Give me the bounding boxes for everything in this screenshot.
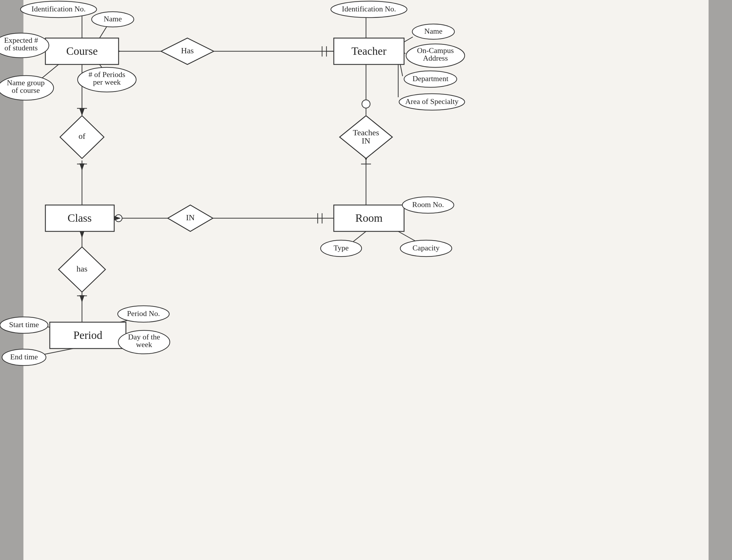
teacher-address-label1: On-Campus	[417, 46, 454, 55]
teacher-id-label: Identification No.	[342, 5, 396, 13]
teaches-in-label: Teaches	[353, 128, 379, 137]
course-name-label: Name	[104, 15, 122, 23]
period-label: Period	[73, 329, 102, 341]
course-id-label: Identification No.	[32, 5, 86, 13]
room-label: Room	[356, 212, 383, 224]
teacher-address-label2: Address	[423, 54, 448, 62]
course-periods-label2: per week	[93, 78, 121, 86]
in-label: IN	[186, 213, 195, 222]
teacher-specialty-label: Area of Specialty	[405, 97, 458, 106]
course-expected-label2: of students	[4, 44, 37, 52]
period-day-label2: week	[136, 340, 152, 349]
course-namegroup-label2: of course	[12, 86, 40, 95]
teaches-in-label2: IN	[362, 136, 370, 145]
teacher-dept-label: Department	[412, 74, 449, 83]
period-start-label: Start time	[9, 320, 39, 329]
room-no-label: Room No.	[412, 200, 444, 209]
class-label: Class	[68, 212, 92, 224]
course-expected-label1: Expected #	[4, 36, 38, 45]
teacher-name-label: Name	[424, 27, 442, 35]
svg-point-18	[362, 100, 370, 108]
er-diagram: Course Teacher Class Room Period Has of …	[0, 0, 732, 560]
has-label: Has	[181, 46, 194, 55]
course-label: Course	[66, 45, 98, 57]
has2-label: has	[76, 264, 87, 273]
period-no-label: Period No.	[127, 309, 160, 318]
teacher-label: Teacher	[352, 45, 386, 57]
room-capacity-label: Capacity	[412, 244, 439, 252]
of-label: of	[79, 132, 86, 141]
period-day-label1: Day of the	[128, 333, 160, 341]
svg-rect-4	[709, 0, 732, 560]
period-end-label: End time	[10, 353, 38, 361]
room-type-label: Type	[334, 244, 349, 252]
course-periods-label1: # of Periods	[88, 70, 125, 79]
course-namegroup-label1: Name group	[7, 78, 45, 87]
